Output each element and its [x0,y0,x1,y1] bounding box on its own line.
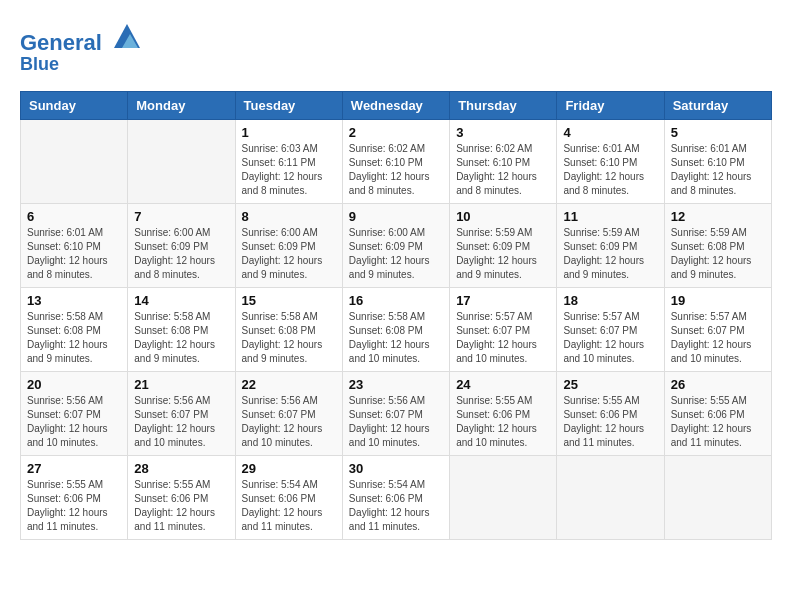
calendar-cell: 18Sunrise: 5:57 AM Sunset: 6:07 PM Dayli… [557,287,664,371]
day-number: 11 [563,209,657,224]
day-number: 20 [27,377,121,392]
calendar-header: SundayMondayTuesdayWednesdayThursdayFrid… [21,91,772,119]
calendar-cell: 15Sunrise: 5:58 AM Sunset: 6:08 PM Dayli… [235,287,342,371]
day-info: Sunrise: 5:54 AM Sunset: 6:06 PM Dayligh… [242,478,336,534]
logo-text: General [20,20,142,55]
calendar-cell: 22Sunrise: 5:56 AM Sunset: 6:07 PM Dayli… [235,371,342,455]
day-number: 2 [349,125,443,140]
day-info: Sunrise: 6:01 AM Sunset: 6:10 PM Dayligh… [671,142,765,198]
day-number: 15 [242,293,336,308]
day-number: 22 [242,377,336,392]
calendar-cell: 6Sunrise: 6:01 AM Sunset: 6:10 PM Daylig… [21,203,128,287]
calendar-cell: 12Sunrise: 5:59 AM Sunset: 6:08 PM Dayli… [664,203,771,287]
day-number: 4 [563,125,657,140]
day-info: Sunrise: 6:03 AM Sunset: 6:11 PM Dayligh… [242,142,336,198]
weekday-header-tuesday: Tuesday [235,91,342,119]
day-info: Sunrise: 6:02 AM Sunset: 6:10 PM Dayligh… [456,142,550,198]
calendar-cell: 11Sunrise: 5:59 AM Sunset: 6:09 PM Dayli… [557,203,664,287]
day-info: Sunrise: 6:00 AM Sunset: 6:09 PM Dayligh… [134,226,228,282]
day-info: Sunrise: 6:01 AM Sunset: 6:10 PM Dayligh… [27,226,121,282]
day-info: Sunrise: 5:55 AM Sunset: 6:06 PM Dayligh… [134,478,228,534]
weekday-header-friday: Friday [557,91,664,119]
day-number: 18 [563,293,657,308]
calendar-cell: 26Sunrise: 5:55 AM Sunset: 6:06 PM Dayli… [664,371,771,455]
calendar-cell: 28Sunrise: 5:55 AM Sunset: 6:06 PM Dayli… [128,455,235,539]
page-header: General Blue [20,20,772,75]
day-number: 13 [27,293,121,308]
calendar-cell [450,455,557,539]
day-number: 7 [134,209,228,224]
calendar-cell: 23Sunrise: 5:56 AM Sunset: 6:07 PM Dayli… [342,371,449,455]
day-number: 14 [134,293,228,308]
calendar-cell: 5Sunrise: 6:01 AM Sunset: 6:10 PM Daylig… [664,119,771,203]
calendar-week-5: 27Sunrise: 5:55 AM Sunset: 6:06 PM Dayli… [21,455,772,539]
day-info: Sunrise: 5:55 AM Sunset: 6:06 PM Dayligh… [671,394,765,450]
calendar-cell: 14Sunrise: 5:58 AM Sunset: 6:08 PM Dayli… [128,287,235,371]
day-number: 16 [349,293,443,308]
day-info: Sunrise: 5:56 AM Sunset: 6:07 PM Dayligh… [242,394,336,450]
day-info: Sunrise: 5:58 AM Sunset: 6:08 PM Dayligh… [134,310,228,366]
calendar-cell: 19Sunrise: 5:57 AM Sunset: 6:07 PM Dayli… [664,287,771,371]
day-info: Sunrise: 5:56 AM Sunset: 6:07 PM Dayligh… [349,394,443,450]
day-number: 23 [349,377,443,392]
day-number: 5 [671,125,765,140]
calendar-cell: 25Sunrise: 5:55 AM Sunset: 6:06 PM Dayli… [557,371,664,455]
day-info: Sunrise: 5:56 AM Sunset: 6:07 PM Dayligh… [27,394,121,450]
calendar-cell: 29Sunrise: 5:54 AM Sunset: 6:06 PM Dayli… [235,455,342,539]
day-info: Sunrise: 5:54 AM Sunset: 6:06 PM Dayligh… [349,478,443,534]
day-number: 29 [242,461,336,476]
calendar-week-1: 1Sunrise: 6:03 AM Sunset: 6:11 PM Daylig… [21,119,772,203]
day-info: Sunrise: 5:57 AM Sunset: 6:07 PM Dayligh… [563,310,657,366]
calendar-cell: 8Sunrise: 6:00 AM Sunset: 6:09 PM Daylig… [235,203,342,287]
calendar-cell: 21Sunrise: 5:56 AM Sunset: 6:07 PM Dayli… [128,371,235,455]
day-number: 9 [349,209,443,224]
calendar-cell: 27Sunrise: 5:55 AM Sunset: 6:06 PM Dayli… [21,455,128,539]
day-number: 24 [456,377,550,392]
day-number: 3 [456,125,550,140]
calendar-cell: 2Sunrise: 6:02 AM Sunset: 6:10 PM Daylig… [342,119,449,203]
calendar-cell [557,455,664,539]
calendar-table: SundayMondayTuesdayWednesdayThursdayFrid… [20,91,772,540]
calendar-cell: 1Sunrise: 6:03 AM Sunset: 6:11 PM Daylig… [235,119,342,203]
day-info: Sunrise: 5:58 AM Sunset: 6:08 PM Dayligh… [27,310,121,366]
calendar-cell: 4Sunrise: 6:01 AM Sunset: 6:10 PM Daylig… [557,119,664,203]
calendar-week-2: 6Sunrise: 6:01 AM Sunset: 6:10 PM Daylig… [21,203,772,287]
calendar-week-3: 13Sunrise: 5:58 AM Sunset: 6:08 PM Dayli… [21,287,772,371]
calendar-cell: 17Sunrise: 5:57 AM Sunset: 6:07 PM Dayli… [450,287,557,371]
day-info: Sunrise: 6:02 AM Sunset: 6:10 PM Dayligh… [349,142,443,198]
day-info: Sunrise: 6:00 AM Sunset: 6:09 PM Dayligh… [349,226,443,282]
day-number: 30 [349,461,443,476]
weekday-header-monday: Monday [128,91,235,119]
calendar-body: 1Sunrise: 6:03 AM Sunset: 6:11 PM Daylig… [21,119,772,539]
day-number: 12 [671,209,765,224]
weekday-header-thursday: Thursday [450,91,557,119]
calendar-cell: 13Sunrise: 5:58 AM Sunset: 6:08 PM Dayli… [21,287,128,371]
day-info: Sunrise: 5:56 AM Sunset: 6:07 PM Dayligh… [134,394,228,450]
day-number: 10 [456,209,550,224]
day-number: 19 [671,293,765,308]
calendar-cell: 20Sunrise: 5:56 AM Sunset: 6:07 PM Dayli… [21,371,128,455]
day-info: Sunrise: 5:55 AM Sunset: 6:06 PM Dayligh… [27,478,121,534]
day-info: Sunrise: 5:57 AM Sunset: 6:07 PM Dayligh… [671,310,765,366]
day-number: 25 [563,377,657,392]
day-info: Sunrise: 5:59 AM Sunset: 6:09 PM Dayligh… [456,226,550,282]
day-number: 1 [242,125,336,140]
day-info: Sunrise: 5:55 AM Sunset: 6:06 PM Dayligh… [456,394,550,450]
day-number: 28 [134,461,228,476]
day-number: 27 [27,461,121,476]
logo-general: General [20,30,102,55]
logo: General Blue [20,20,142,75]
weekday-header-sunday: Sunday [21,91,128,119]
day-info: Sunrise: 5:58 AM Sunset: 6:08 PM Dayligh… [242,310,336,366]
calendar-cell: 7Sunrise: 6:00 AM Sunset: 6:09 PM Daylig… [128,203,235,287]
calendar-cell: 24Sunrise: 5:55 AM Sunset: 6:06 PM Dayli… [450,371,557,455]
day-number: 8 [242,209,336,224]
calendar-week-4: 20Sunrise: 5:56 AM Sunset: 6:07 PM Dayli… [21,371,772,455]
day-number: 21 [134,377,228,392]
day-info: Sunrise: 5:59 AM Sunset: 6:08 PM Dayligh… [671,226,765,282]
calendar-cell [664,455,771,539]
calendar-cell: 9Sunrise: 6:00 AM Sunset: 6:09 PM Daylig… [342,203,449,287]
weekday-header-wednesday: Wednesday [342,91,449,119]
day-info: Sunrise: 5:59 AM Sunset: 6:09 PM Dayligh… [563,226,657,282]
calendar-cell: 16Sunrise: 5:58 AM Sunset: 6:08 PM Dayli… [342,287,449,371]
